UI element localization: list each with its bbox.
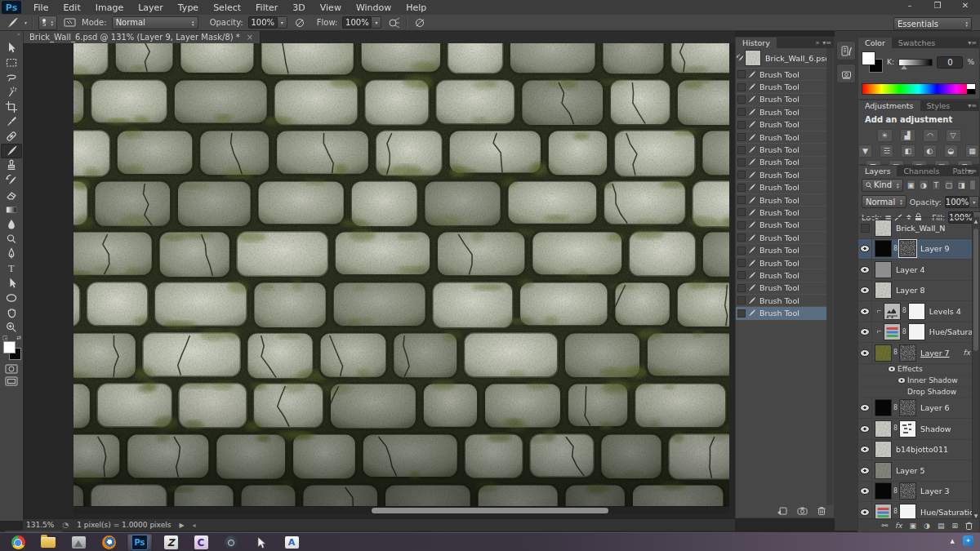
canvas-horizontal-scrollbar[interactable] (74, 506, 729, 514)
tray-app-icon[interactable]: ✦ (963, 535, 973, 546)
close-button[interactable]: ✕ (957, 1, 973, 10)
tool-ellipse[interactable] (1, 291, 22, 305)
mask-link-icon[interactable]: 8 (902, 308, 906, 314)
layer-row-b14bjotto011[interactable]: b14bjotto011 (858, 440, 973, 461)
mask-link-icon[interactable]: 8 (893, 488, 898, 495)
layer-blend-mode-select[interactable]: Normal▴▾ (862, 195, 906, 208)
zoom-level[interactable]: 131.5% (26, 521, 54, 529)
menu-item-file[interactable]: File (26, 0, 56, 15)
visibility-eye-icon[interactable] (858, 260, 872, 280)
adjustment-brightness-contrast-icon[interactable]: ☀ (877, 129, 893, 142)
layer-mask-thumbnail[interactable] (899, 504, 916, 519)
scrollbar-thumb[interactable] (973, 229, 978, 351)
layer-mask-thumbnail[interactable] (899, 482, 916, 500)
layer-name[interactable]: Levels 4 (929, 307, 961, 316)
new-adjustment-layer-icon[interactable]: ◑ (924, 522, 930, 530)
tab-swatches[interactable]: Swatches (892, 38, 942, 48)
layer-thumbnail[interactable] (875, 220, 892, 237)
history-row-brush-tool[interactable]: Brush Tool (736, 119, 827, 131)
tab-history[interactable]: History (736, 38, 777, 48)
tab-color[interactable]: Color (858, 38, 892, 48)
visibility-eye-icon[interactable] (858, 239, 872, 260)
history-row-brush-tool[interactable]: Brush Tool (736, 257, 827, 269)
layer-fx-badge[interactable]: fx (964, 349, 971, 357)
k-channel-slider[interactable] (898, 59, 933, 66)
visibility-eye-icon[interactable] (858, 343, 872, 363)
adjustment-hue-saturation-icon[interactable]: ☲ (880, 144, 893, 158)
mask-link-icon[interactable]: 8 (893, 405, 898, 411)
layer-effect-drop-shadow[interactable]: Drop Shadow (858, 387, 973, 398)
filter-toggle-icon[interactable] (969, 180, 976, 190)
history-source-checkbox[interactable] (737, 221, 746, 229)
history-row-brush-tool[interactable]: Brush Tool (736, 131, 827, 144)
screen-mode-button[interactable] (1, 375, 22, 387)
visibility-eye-icon[interactable] (858, 482, 872, 502)
taskbar-app-file-explorer[interactable] (36, 534, 60, 551)
visibility-eye-icon[interactable] (858, 460, 872, 481)
brush-preset-picker[interactable]: 5 ▴▾ (38, 16, 57, 30)
layer-name[interactable]: Shadow (920, 424, 951, 433)
minimize-button[interactable]: – (902, 1, 918, 10)
layer-name[interactable]: Layer 9 (920, 244, 950, 253)
new-group-icon[interactable]: ▤ (938, 522, 945, 530)
collapse-panel-icon[interactable]: » (815, 39, 819, 47)
toggle-brush-panel-icon[interactable] (62, 16, 77, 29)
restore-button[interactable]: ❐ (929, 1, 946, 10)
layer-row-layer-9[interactable]: 8Layer 9 (858, 239, 973, 260)
menu-item-layer[interactable]: Layer (131, 0, 171, 15)
layer-name[interactable]: Layer 8 (896, 286, 925, 295)
layer-row-layer-6[interactable]: 8Layer 6 (858, 398, 973, 420)
history-source-checkbox[interactable] (737, 296, 746, 304)
black-white-ramp[interactable] (967, 84, 975, 94)
new-document-from-state-icon[interactable] (777, 506, 787, 515)
history-source-checkbox[interactable] (737, 247, 746, 255)
history-row-brush-tool[interactable]: Brush Tool (736, 144, 827, 156)
brush-tool-caret-icon[interactable]: ▾ (24, 20, 27, 25)
layer-name[interactable]: Layer 4 (896, 265, 925, 274)
foreground-color-swatch[interactable] (3, 341, 16, 353)
history-source-checkbox[interactable] (737, 171, 746, 179)
tool-eyedropper[interactable] (1, 114, 22, 129)
taskbar-app-xnormal[interactable] (249, 534, 274, 551)
layer-thumbnail[interactable] (884, 323, 901, 340)
airbrush-icon[interactable] (386, 16, 401, 29)
history-source-checkbox[interactable] (737, 309, 746, 318)
tool-rectangular-marquee[interactable] (1, 56, 22, 70)
menu-item-edit[interactable]: Edit (56, 0, 87, 15)
tool-pen[interactable] (1, 247, 22, 261)
panel-color-swatches[interactable] (862, 51, 883, 73)
document-tab[interactable]: Brick_Wall_6.psd @ 131% (Layer 9, Layer … (23, 31, 261, 43)
link-layers-icon[interactable]: ⚯ (882, 522, 889, 530)
menu-item-filter[interactable]: Filter (248, 0, 285, 15)
mask-link-icon[interactable]: 8 (893, 246, 898, 252)
tool-move[interactable] (1, 41, 22, 56)
tool-magic-wand[interactable] (1, 85, 22, 100)
visibility-eye-icon[interactable] (858, 398, 872, 419)
taskbar-app-text-editor[interactable]: A (279, 534, 304, 551)
history-row-brush-tool[interactable]: Brush Tool (736, 157, 827, 169)
history-source-checkbox[interactable] (737, 208, 746, 216)
foreground-color-swatch[interactable] (862, 51, 875, 65)
layer-mask-thumbnail[interactable] (899, 240, 916, 257)
layer-name[interactable]: Layer 3 (920, 487, 950, 495)
filter-type-layers-icon[interactable]: T (932, 180, 942, 190)
history-source-checkbox[interactable] (737, 259, 746, 267)
menu-item-view[interactable]: View (313, 0, 349, 15)
layer-name[interactable]: Hue/Saturation 3 (920, 508, 973, 517)
history-brush-source-icon[interactable] (736, 54, 745, 63)
opacity-select[interactable]: 100%▾ (248, 16, 287, 29)
blend-mode-select[interactable]: Normal▴▾ (112, 16, 198, 29)
layer-style-fx-icon[interactable]: fx (895, 522, 902, 530)
status-arrow-icon[interactable]: ▶ (179, 522, 184, 529)
layer-thumbnail[interactable] (875, 462, 892, 479)
history-row-brush-tool[interactable]: Brush Tool (736, 69, 827, 81)
visibility-eye-icon[interactable] (858, 322, 872, 343)
layer-name[interactable]: Layer 5 (896, 466, 925, 475)
history-row-brush-tool[interactable]: Brush Tool (736, 220, 827, 232)
collapse-tools-icon[interactable]: » (0, 31, 23, 41)
status-arrow2-icon[interactable]: ◂ (193, 522, 196, 529)
history-source-row[interactable]: Brick_Wall_6.psd (736, 48, 827, 69)
tool-gradient[interactable] (1, 202, 22, 217)
layer-row-hue-saturatio-[interactable]: ⌐8Hue/Saturatio... (858, 322, 973, 344)
filter-adjustment-layers-icon[interactable]: ◑ (919, 180, 929, 190)
